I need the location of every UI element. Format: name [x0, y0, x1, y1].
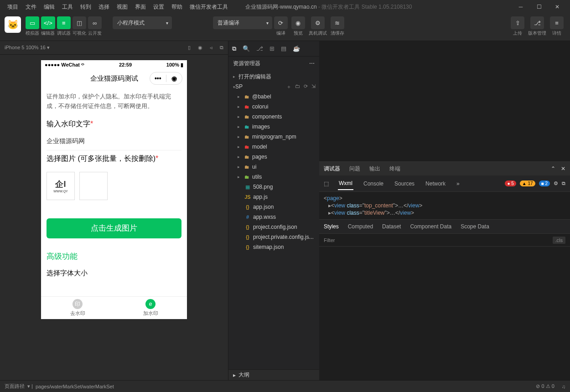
mute-icon[interactable]: ◃	[210, 45, 212, 51]
element-picker-icon[interactable]: ⬚	[324, 181, 329, 187]
details-button[interactable]: ≡	[550, 16, 564, 29]
devtools-gear-icon[interactable]: ⚙	[554, 181, 558, 186]
collapse-icon[interactable]: ⇲	[311, 83, 316, 90]
new-file-icon[interactable]: ＋	[286, 83, 291, 90]
add-image-button[interactable]	[79, 172, 108, 200]
preview-button[interactable]: ◉	[291, 16, 305, 29]
status-errors[interactable]: ⊘ 0 ⚠ 0	[536, 383, 554, 389]
outline-section[interactable]: ▸大纲	[228, 369, 319, 380]
maximize-button[interactable]: ☐	[530, 0, 548, 14]
device-select[interactable]: iPhone 5 100% 16 ▾	[5, 45, 50, 51]
capsule-close-icon[interactable]: ◉	[166, 75, 182, 82]
debugger-button[interactable]: ≡	[57, 16, 71, 29]
real-debug-button[interactable]: ⚙	[311, 16, 325, 29]
upload-button[interactable]: ⇧	[511, 16, 524, 29]
folder-components[interactable]: ▸🖿components	[228, 112, 319, 122]
cloud-button[interactable]: ∞	[88, 16, 102, 29]
devtools-chevron-icon[interactable]: ⌃	[551, 165, 555, 172]
info-badge[interactable]: ■ 2	[539, 181, 550, 186]
menu-file[interactable]: 文件	[22, 3, 40, 11]
explorer-tab-bowl-icon[interactable]: ☕	[293, 45, 300, 52]
menu-select[interactable]: 选择	[95, 3, 113, 11]
rotate-icon[interactable]: ⧉	[220, 45, 223, 51]
folder-miniprogram_npm[interactable]: ▸🖿miniprogram_npm	[228, 132, 319, 142]
menu-view[interactable]: 视图	[113, 3, 131, 11]
folder-@babel[interactable]: ▸🖿@babel	[228, 92, 319, 102]
folder-model[interactable]: ▸🖿model	[228, 142, 319, 152]
new-folder-icon[interactable]: 🗀	[295, 83, 300, 90]
file-app.js[interactable]: JSapp.js	[228, 192, 319, 202]
dom-tree[interactable]: <page> ▸<view class="top_content">…</vie…	[319, 192, 570, 219]
visualize-button[interactable]: ◫	[73, 16, 86, 29]
filter-input[interactable]: Filter	[324, 237, 335, 243]
styles-tab-dataset[interactable]: Dataset	[382, 223, 401, 230]
inspect-tab-sources[interactable]: Sources	[394, 178, 415, 190]
devtools-tab-debugger[interactable]: 调试器	[324, 165, 340, 173]
version-button[interactable]: ⎇	[530, 16, 544, 29]
devtools-tab-output[interactable]: 输出	[369, 165, 380, 173]
menu-help[interactable]: 帮助	[168, 3, 186, 11]
minimize-button[interactable]: ─	[512, 0, 530, 14]
file-project.private.config.js...[interactable]: {}project.private.config.js...	[228, 232, 319, 242]
refresh-icon[interactable]: ⟳	[304, 83, 308, 90]
mode-select[interactable]: 小程序模式	[113, 16, 172, 29]
explorer-more-icon[interactable]: ⋯	[309, 60, 315, 67]
devtools-tab-problems[interactable]: 问题	[349, 165, 360, 173]
capsule-menu-icon[interactable]: •••	[150, 75, 166, 82]
device-icon[interactable]: ▯	[188, 45, 191, 51]
capsule[interactable]: ••• ◉	[150, 72, 182, 85]
inspect-tab-console[interactable]: Console	[363, 178, 384, 190]
menu-wechat-devtools[interactable]: 微信开发者工具	[186, 3, 232, 11]
styles-tab-computed[interactable]: Computed	[348, 223, 373, 230]
explorer-tab-files-icon[interactable]: ⧉	[232, 45, 236, 52]
styles-tab-scope[interactable]: Scope Data	[461, 223, 489, 230]
menu-project[interactable]: 项目	[4, 3, 22, 11]
inspect-tab-wxml[interactable]: Wxml	[338, 177, 353, 190]
close-button[interactable]: ✕	[548, 0, 566, 14]
image-thumb[interactable]: 企I WWW.QY	[47, 172, 75, 200]
editor-button[interactable]: </>	[41, 16, 55, 29]
record-icon[interactable]: ◉	[198, 45, 202, 51]
devtools-close-icon[interactable]: ✕	[561, 165, 565, 172]
inspect-tab-more[interactable]: »	[456, 178, 461, 190]
simulator-button[interactable]: ▭	[26, 16, 39, 29]
menu-goto[interactable]: 转到	[77, 3, 95, 11]
compile-button[interactable]: ⟳	[274, 16, 288, 29]
folder-colorui[interactable]: ▸🖿colorui	[228, 102, 319, 112]
watermark-input[interactable]: 企业猫源码网	[47, 133, 181, 150]
menu-settings[interactable]: 设置	[150, 3, 168, 11]
explorer-tab-git-icon[interactable]: ⎇	[256, 45, 263, 52]
page-path[interactable]: pages/waterMarkSet/waterMarkSet	[36, 384, 114, 389]
folder-pages[interactable]: ▸🖿pages	[228, 152, 319, 162]
tab-remove-watermark[interactable]: 印去水印	[41, 297, 114, 319]
devtools-tab-terminal[interactable]: 终端	[389, 165, 400, 173]
explorer-tab-ext-icon[interactable]: ⊞	[269, 45, 275, 52]
styles-tab-styles[interactable]: Styles	[324, 223, 339, 230]
file-sitemap.json[interactable]: {}sitemap.json	[228, 242, 319, 252]
root-folder[interactable]: ▾SP ＋ 🗀 ⟳ ⇲	[228, 82, 319, 92]
inspect-tab-network[interactable]: Network	[425, 178, 446, 190]
clear-cache-button[interactable]: ≋	[331, 16, 344, 29]
file-app.json[interactable]: {}app.json	[228, 202, 319, 212]
devtools-layout-icon[interactable]: ⧉	[562, 181, 565, 186]
menu-tool[interactable]: 工具	[58, 3, 77, 11]
cls-button[interactable]: .cls	[553, 237, 566, 244]
notification-icon[interactable]: ♫	[562, 384, 565, 389]
explorer-tab-debug-icon[interactable]: ▤	[281, 45, 286, 52]
menu-edit[interactable]: 编辑	[40, 3, 58, 11]
opened-editors[interactable]: ▸打开的编辑器	[228, 72, 319, 82]
explorer-tab-search-icon[interactable]: 🔍	[243, 45, 250, 52]
file-508.png[interactable]: ▦508.png	[228, 182, 319, 192]
error-badge[interactable]: ● 5	[505, 181, 516, 186]
generate-button[interactable]: 点击生成图片	[47, 218, 181, 238]
warning-badge[interactable]: ▲ 17	[520, 181, 535, 186]
menu-ui[interactable]: 界面	[131, 3, 150, 11]
styles-tab-component[interactable]: Component Data	[410, 223, 451, 230]
file-app.wxss[interactable]: #app.wxss	[228, 212, 319, 222]
folder-ui[interactable]: ▸🖿ui	[228, 162, 319, 172]
compile-mode-select[interactable]: 普通编译	[213, 16, 272, 29]
tab-add-watermark[interactable]: e加水印	[114, 297, 187, 319]
file-project.config.json[interactable]: {}project.config.json	[228, 222, 319, 232]
folder-utils[interactable]: ▸🖿utils	[228, 172, 319, 182]
folder-images[interactable]: ▸🖿images	[228, 122, 319, 132]
